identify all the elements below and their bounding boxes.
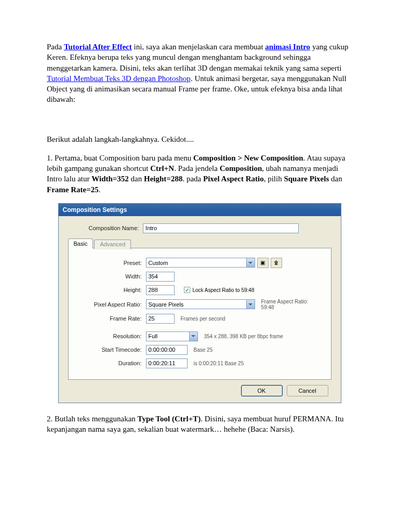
text: 1. Pertama, buat Composition baru pada m…: [47, 154, 193, 162]
step-1: 1. Pertama, buat Composition baru pada m…: [47, 153, 352, 195]
text: . Pada jendela: [174, 164, 219, 172]
link-tutorial-photoshop[interactable]: Tutorial Membuat Teks 3D dengan Photosho…: [47, 74, 191, 83]
width-label: Width:: [76, 273, 146, 280]
start-timecode-input[interactable]: 0:00:00:00: [146, 345, 188, 355]
text: Pada: [47, 43, 64, 51]
text: 2. Butlah teks menggunakan: [47, 415, 138, 423]
bold-text: Type Tool (Ctrl+T): [138, 415, 201, 423]
width-input[interactable]: 354: [146, 272, 175, 282]
start-timecode-label: Start Timecode:: [76, 347, 146, 353]
tab-basic[interactable]: Basic: [68, 238, 94, 248]
chevron-down-icon: [189, 332, 197, 341]
resolution-label: Resolution:: [76, 333, 146, 339]
trash-icon: 🗑: [274, 260, 279, 265]
duration-note: is 0:00:20:11 Base 25: [194, 361, 244, 366]
bold-text: Frame Rate=25: [47, 185, 99, 194]
text: dan: [129, 175, 144, 183]
height-input[interactable]: 288: [146, 285, 175, 295]
text: .: [99, 185, 101, 194]
frame-aspect-note: Frame Aspect Ratio: 59:48: [261, 299, 309, 310]
tab-panel-basic: Preset: Custom ▣ 🗑 Width: 354 Height: 28…: [68, 248, 331, 380]
cancel-button[interactable]: Cancel: [287, 385, 328, 396]
resolution-select[interactable]: Full: [146, 331, 198, 341]
chevron-down-icon: [246, 300, 255, 309]
lock-aspect-label: Lock Aspect Ratio to 59:48: [193, 287, 255, 293]
text: , pilih: [264, 175, 284, 183]
framerate-label: Frame Rate:: [76, 315, 146, 322]
intro-paragraph: Pada Tutorial After Effect ini, saya aka…: [47, 42, 352, 105]
resolution-note: 354 x 288, 398 KB per 8bpc frame: [204, 334, 283, 339]
preset-label: Preset:: [76, 260, 146, 266]
bold-text: Height=288: [144, 175, 182, 183]
duration-label: Duration:: [76, 360, 146, 366]
save-preset-button[interactable]: ▣: [257, 258, 269, 268]
framerate-input[interactable]: 25: [146, 314, 175, 324]
link-tutorial-after-effect[interactable]: Tutorial After Effect: [64, 43, 132, 51]
step-2: 2. Butlah teks menggunakan Type Tool (Ct…: [47, 414, 352, 435]
bold-text: Width=352: [91, 175, 129, 183]
start-timecode-note: Base 25: [194, 347, 213, 353]
height-label: Height:: [76, 287, 146, 293]
duration-input[interactable]: 0:00:20:11: [146, 358, 188, 368]
composition-settings-dialog: Composition Settings Composition Name: I…: [58, 203, 341, 403]
tab-advanced[interactable]: Advanced: [94, 240, 131, 249]
text: ini, saya akan menjelaskan cara membuat: [132, 43, 265, 51]
delete-preset-button[interactable]: 🗑: [271, 258, 282, 268]
fps-label: Frames per second: [181, 316, 225, 322]
bold-text: Ctrl+N: [150, 164, 174, 172]
ok-button[interactable]: OK: [241, 385, 283, 396]
resolution-value: Full: [149, 333, 158, 339]
lock-aspect-checkbox[interactable]: ✓: [184, 287, 190, 293]
chevron-down-icon: [246, 258, 255, 267]
par-label: Pixel Aspect Ratio:: [76, 301, 146, 308]
link-animasi-intro[interactable]: animasi Intro: [265, 43, 310, 51]
comp-name-label: Composition Name:: [89, 225, 143, 231]
comp-name-input[interactable]: Intro: [143, 223, 299, 233]
par-value: Square Pixels: [149, 301, 184, 308]
bold-text: Pixel Aspect Ratio: [203, 175, 264, 183]
text: dan: [329, 175, 342, 183]
bold-text: Composition: [220, 164, 262, 172]
preset-select[interactable]: Custom: [146, 258, 255, 268]
dialog-titlebar: Composition Settings: [59, 204, 341, 216]
bold-text: Composition > New Composition: [193, 154, 303, 162]
text: . pada: [182, 175, 203, 183]
par-select[interactable]: Square Pixels: [146, 299, 255, 309]
preset-value: Custom: [149, 260, 168, 266]
bold-text: Square Pixels: [284, 175, 329, 183]
steps-intro: Berikut adalah langkah-langkahnya. Cekid…: [47, 134, 352, 144]
